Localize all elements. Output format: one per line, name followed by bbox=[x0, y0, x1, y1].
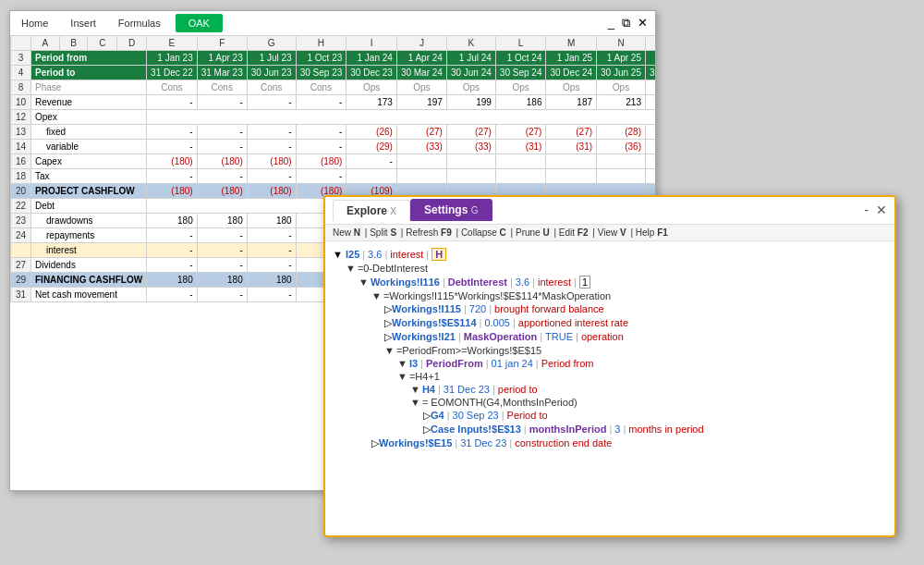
settings-shortcut: G bbox=[471, 205, 479, 215]
cell-e8: Cons bbox=[147, 80, 198, 94]
cell-f4[interactable]: 31 Mar 23 bbox=[197, 65, 247, 80]
tree-node-11[interactable]: ▼ = EOMONTH(G4,MonthsInPeriod) bbox=[410, 396, 887, 409]
func-periodfrom: PeriodFrom bbox=[426, 358, 483, 369]
maximize-btn[interactable]: ⧉ bbox=[622, 16, 630, 31]
cell-i8: Ops bbox=[346, 80, 397, 94]
shortcut-view: View V bbox=[598, 227, 626, 238]
phase-label: Phase bbox=[31, 80, 147, 94]
cell-m4[interactable]: 30 Dec 24 bbox=[546, 65, 597, 80]
cell-g3[interactable]: 1 Jul 23 bbox=[247, 50, 296, 65]
label-construction-end: construction end date bbox=[515, 437, 612, 448]
panel-tabs: Explore X Settings G bbox=[333, 199, 492, 221]
cell-n4[interactable]: 30 Jun 25 bbox=[597, 65, 646, 80]
row-num: 31 bbox=[11, 287, 31, 301]
cell-j4[interactable]: 30 Mar 24 bbox=[396, 65, 446, 80]
cell-o3[interactable]: 1 Jul 25 bbox=[645, 50, 655, 65]
panel-minimize-btn[interactable]: - bbox=[864, 203, 869, 217]
panel-controls: - ✕ bbox=[864, 203, 887, 217]
revenue-label: Revenue bbox=[31, 94, 147, 109]
cell-h3[interactable]: 1 Oct 23 bbox=[296, 50, 346, 65]
period-to-label: Period to bbox=[31, 65, 147, 80]
cell-m3[interactable]: 1 Jan 25 bbox=[546, 50, 597, 65]
tree-node-13[interactable]: ▷ Case Inputs!$E$13 | monthsInPeriod | 3… bbox=[423, 423, 887, 436]
label-period-from: Period from bbox=[541, 358, 594, 369]
tree-node-1[interactable]: ▼ =0-DebtInterest bbox=[346, 262, 887, 275]
cell-j3[interactable]: 1 Apr 24 bbox=[396, 50, 446, 65]
row-num: 18 bbox=[11, 168, 31, 183]
table-row: 12 Opex bbox=[11, 109, 656, 124]
tree-node-9[interactable]: ▼ =H4+1 bbox=[397, 370, 887, 383]
minimize-btn[interactable]: _ bbox=[608, 16, 614, 31]
tree-node-14[interactable]: ▷ Workings!$E15 | 31 Dec 23 | constructi… bbox=[371, 436, 887, 450]
tree-node-5[interactable]: ▷ Workings!$E$114 | 0.005 | apportioned … bbox=[384, 316, 887, 330]
tree-node-8[interactable]: ▼ I3 | PeriodFrom | 01 jan 24 | Period f… bbox=[397, 357, 887, 370]
formula-periodfrom: =PeriodFrom>=Workings!$E$15 bbox=[396, 345, 541, 356]
cell-l4[interactable]: 30 Sep 24 bbox=[495, 65, 546, 80]
tree-node-12[interactable]: ▷ G4 | 30 Sep 23 | Period to bbox=[423, 409, 887, 423]
col-a: A bbox=[31, 35, 60, 50]
cell-o4[interactable]: 30 Sep 25 bbox=[645, 65, 655, 80]
col-l: L bbox=[495, 35, 546, 50]
table-row: 13 fixed - - - - (26) (27) (27) (27) (27… bbox=[11, 124, 656, 139]
tab-settings[interactable]: Settings G bbox=[410, 199, 492, 221]
root-cell-ref: ▼ I25 bbox=[333, 249, 359, 260]
net-cash-label: Net cash movement bbox=[31, 287, 147, 301]
row-num: 22 bbox=[11, 198, 31, 213]
opex-label: Opex bbox=[31, 109, 147, 124]
root-label: interest bbox=[390, 249, 423, 260]
cell-j8: Ops bbox=[396, 80, 446, 94]
formula-h4plus1: =H4+1 bbox=[409, 371, 440, 382]
cell-n3[interactable]: 1 Apr 25 bbox=[597, 50, 646, 65]
formula-eomonth: = EOMONTH(G4,MonthsInPeriod) bbox=[422, 397, 578, 408]
col-f: F bbox=[197, 35, 247, 50]
cell-i4[interactable]: 30 Dec 23 bbox=[346, 65, 397, 80]
tree-root-node[interactable]: ▼ I25 | 3.6 | interest | H bbox=[333, 247, 887, 262]
cell-g8: Cons bbox=[247, 80, 296, 94]
cell-g4[interactable]: 30 Jun 23 bbox=[247, 65, 296, 80]
tree-node-7[interactable]: ▼ =PeriodFrom>=Workings!$E$15 bbox=[384, 344, 887, 357]
menu-insert[interactable]: Insert bbox=[59, 14, 107, 32]
cell-h4: H4 bbox=[422, 384, 435, 395]
cell-k3[interactable]: 1 Jul 24 bbox=[446, 50, 495, 65]
col-b: B bbox=[59, 35, 88, 50]
label-apportioned-rate: apportioned interest rate bbox=[518, 317, 628, 328]
formula-workings-multiply: =Workings!I115*Workings!$E$114*MaskOpera… bbox=[383, 290, 611, 301]
table-row: 10 Revenue - - - - 173 197 199 186 187 2… bbox=[11, 94, 656, 109]
tab-settings-label: Settings bbox=[424, 203, 468, 216]
cell-l3[interactable]: 1 Oct 24 bbox=[495, 50, 546, 65]
tree-node-2[interactable]: ▼ Workings!I116 | DebtInterest | 3.6 | i… bbox=[359, 275, 887, 289]
val-30sep23: 30 Sep 23 bbox=[453, 410, 499, 421]
val-1-box: 1 bbox=[579, 276, 590, 289]
shortcut-collapse: Collapse C bbox=[461, 227, 506, 238]
cell-e3[interactable]: 1 Jan 23 bbox=[147, 50, 198, 65]
label-operation: operation bbox=[581, 331, 624, 342]
cell-m8: Ops bbox=[546, 80, 597, 94]
cell-h8: Cons bbox=[296, 80, 346, 94]
menu-home[interactable]: Home bbox=[10, 14, 59, 32]
cell-e4[interactable]: 31 Dec 22 bbox=[147, 65, 198, 80]
period-from-label: Period from bbox=[31, 50, 147, 65]
tree-node-10[interactable]: ▼ H4 | 31 Dec 23 | period to bbox=[410, 383, 887, 396]
shortcut-new: New N bbox=[333, 227, 360, 238]
tree-node-3[interactable]: ▼ =Workings!I115*Workings!$E$114*MaskOpe… bbox=[371, 289, 887, 302]
close-btn[interactable]: ✕ bbox=[638, 16, 648, 31]
col-i: I bbox=[346, 35, 397, 50]
cell-i3[interactable]: 1 Jan 24 bbox=[346, 50, 397, 65]
cell-n8: Ops bbox=[597, 80, 646, 94]
row-num: 10 bbox=[11, 94, 31, 109]
col-d: D bbox=[117, 35, 147, 50]
col-h: H bbox=[296, 35, 346, 50]
menu-formulas[interactable]: Formulas bbox=[107, 14, 172, 32]
tree-node-4[interactable]: ▷ Workings!I115 | 720 | brought forward … bbox=[384, 302, 887, 316]
cell-f3[interactable]: 1 Apr 23 bbox=[197, 50, 247, 65]
table-row: 14 variable - - - - (29) (33) (33) (31) … bbox=[11, 139, 656, 154]
cell-h4[interactable]: 30 Sep 23 bbox=[296, 65, 346, 80]
cell-i3: I3 bbox=[409, 358, 418, 369]
tree-node-6[interactable]: ▷ Workings!I21 | MaskOperation | TRUE | … bbox=[384, 330, 887, 344]
cell-workings-i115: Workings!I115 bbox=[392, 303, 461, 314]
menu-oak[interactable]: OAK bbox=[176, 14, 223, 32]
cell-k4[interactable]: 30 Jun 24 bbox=[446, 65, 495, 80]
panel-close-btn[interactable]: ✕ bbox=[876, 203, 887, 217]
tab-explore[interactable]: Explore X bbox=[333, 200, 410, 221]
shortcut-prune: Prune U bbox=[516, 227, 550, 238]
